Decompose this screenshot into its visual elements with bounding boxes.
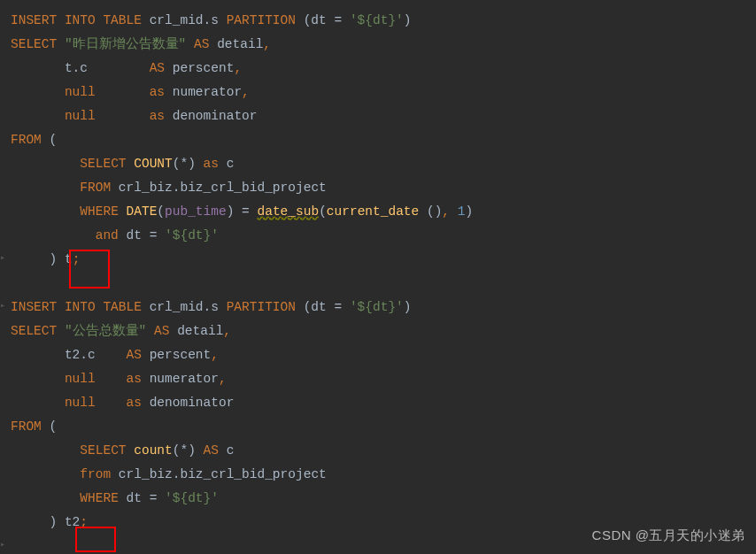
gutter-chevron-icon: ▸ [0, 294, 7, 301]
code-line[interactable]: null as numerator, [11, 81, 747, 104]
code-line[interactable]: from crl_biz.biz_crl_bid_project [11, 463, 747, 487]
code-line[interactable]: WHERE dt = '${dt}' [11, 487, 747, 511]
code-line[interactable]: FROM ( [11, 128, 747, 152]
code-line[interactable]: null as denominator [11, 391, 747, 415]
code-line[interactable]: null as denominator [11, 104, 747, 128]
warning-underline: date_sub [258, 204, 320, 219]
code-line[interactable]: SELECT COUNT(*) as c [11, 152, 747, 176]
editor-gutter: ▸ ▸ ▸ [0, 0, 7, 554]
code-line-blank[interactable] [11, 272, 747, 296]
code-line[interactable]: ) t; [11, 248, 747, 272]
gutter-chevron-icon: ▸ [0, 246, 7, 253]
code-line[interactable]: t.c AS perscent, [11, 57, 747, 81]
code-line[interactable]: FROM ( [11, 415, 747, 439]
code-line[interactable]: null as numerator, [11, 367, 747, 391]
code-line[interactable]: INSERT INTO TABLE crl_mid.s PARTITION (d… [11, 9, 747, 33]
code-editor[interactable]: INSERT INTO TABLE crl_mid.s PARTITION (d… [11, 9, 747, 535]
code-line[interactable]: t2.c AS perscent, [11, 343, 747, 367]
code-line[interactable]: FROM crl_biz.biz_crl_bid_project [11, 176, 747, 200]
code-line[interactable]: and dt = '${dt}' [11, 224, 747, 248]
code-line[interactable]: INSERT INTO TABLE crl_mid.s PARTITION (d… [11, 296, 747, 319]
code-line[interactable]: SELECT count(*) AS c [11, 439, 747, 463]
code-line[interactable]: SELECT "公告总数量" AS detail, [11, 319, 747, 343]
code-line[interactable]: WHERE DATE(pub_time) = date_sub(current_… [11, 200, 747, 224]
watermark-text: CSDN @五月天的小迷弟 [592, 523, 745, 547]
gutter-chevron-icon: ▸ [0, 533, 7, 540]
code-line[interactable]: SELECT "昨日新增公告数量" AS detail, [11, 33, 747, 57]
